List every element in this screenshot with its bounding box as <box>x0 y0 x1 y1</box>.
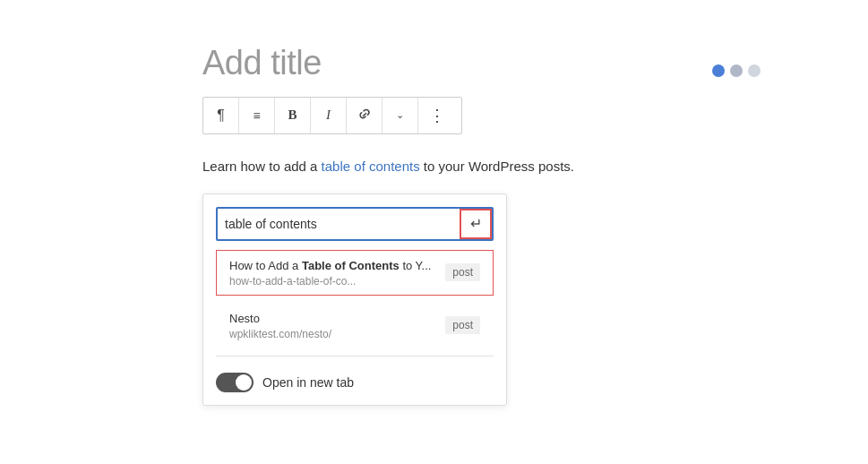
align-icon: ≡ <box>253 108 260 123</box>
chevron-down-icon: ⌄ <box>396 109 404 121</box>
italic-icon: I <box>326 107 331 123</box>
italic-button[interactable]: I <box>311 98 347 133</box>
link-button[interactable] <box>347 98 382 133</box>
result-badge-2: post <box>445 316 480 334</box>
formatting-toolbar: ¶ ≡ B I ⌄ ⋮ <box>202 97 462 134</box>
pilcrow-icon: ¶ <box>217 107 225 124</box>
result-badge-1: post <box>445 263 480 281</box>
search-row: ↵ <box>216 207 494 241</box>
chevron-button[interactable]: ⌄ <box>382 98 418 133</box>
result-title-1: How to Add a Table of Contents to Y... <box>229 258 436 274</box>
enter-icon: ↵ <box>470 215 482 232</box>
new-tab-toggle[interactable] <box>216 373 254 392</box>
editor-area: Add title ¶ ≡ B I ⌄ <box>202 43 704 406</box>
toggle-label: Open in new tab <box>262 375 354 390</box>
result-url-1: how-to-add-a-table-of-co... <box>229 275 436 288</box>
search-enter-button[interactable]: ↵ <box>460 209 492 239</box>
dots-area <box>712 64 761 77</box>
result-title-2: Nesto <box>229 311 436 327</box>
more-options-icon: ⋮ <box>429 106 444 125</box>
dot-1 <box>712 64 725 77</box>
page-wrapper: Add title ¶ ≡ B I ⌄ <box>0 0 868 464</box>
search-input[interactable] <box>218 211 460 237</box>
divider <box>216 356 494 357</box>
dot-3 <box>748 64 761 77</box>
link-icon <box>357 107 372 123</box>
result-item-2[interactable]: Nesto wpkliktest.com/nesto/ post <box>216 303 494 348</box>
align-button[interactable]: ≡ <box>239 98 275 133</box>
bold-icon: B <box>288 107 296 123</box>
link-popup: ↵ How to Add a Table of Contents to Y...… <box>202 193 507 406</box>
pilcrow-button[interactable]: ¶ <box>203 98 239 133</box>
dot-2 <box>730 64 743 77</box>
result-url-2: wpkliktest.com/nesto/ <box>229 328 436 340</box>
more-options-button[interactable]: ⋮ <box>418 98 454 133</box>
toggle-knob <box>236 374 252 391</box>
paragraph-text: Learn how to add a table of contents to … <box>202 156 704 177</box>
page-title[interactable]: Add title <box>202 43 704 84</box>
toggle-row: Open in new tab <box>203 365 506 405</box>
table-of-contents-link[interactable]: table of contents <box>322 159 420 174</box>
result-item-1[interactable]: How to Add a Table of Contents to Y... h… <box>216 250 494 296</box>
bold-button[interactable]: B <box>275 98 311 133</box>
